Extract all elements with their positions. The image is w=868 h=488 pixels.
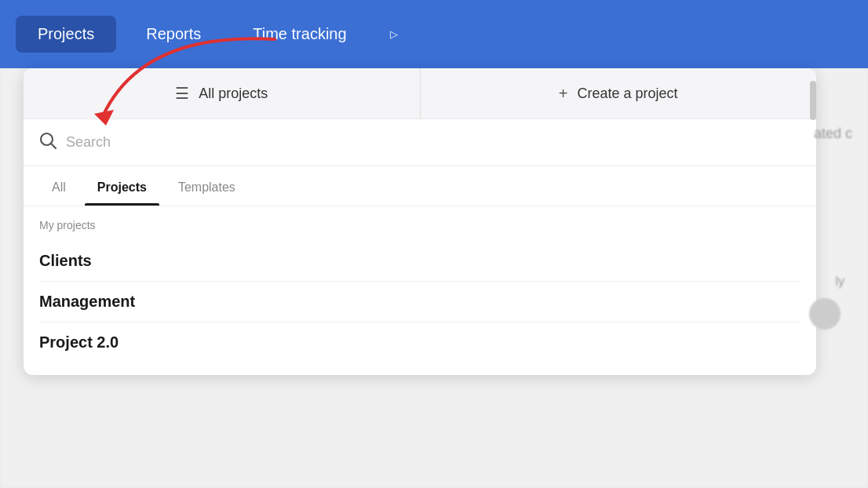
all-projects-button[interactable]: ☰ All projects <box>24 68 421 118</box>
project-item-clients[interactable]: Clients <box>39 241 801 282</box>
bg-text-1: ated c <box>814 126 852 142</box>
play-icon-button[interactable]: ▷ <box>377 17 411 52</box>
project-item-project-20[interactable]: Project 2.0 <box>39 322 801 362</box>
bg-text-2: ly <box>835 275 844 289</box>
svg-line-2 <box>52 144 57 149</box>
search-icon <box>39 132 57 153</box>
tab-templates[interactable]: Templates <box>166 166 248 206</box>
plus-icon: + <box>559 85 568 103</box>
dropdown-panel: ☰ All projects + Create a project All Pr… <box>24 68 816 375</box>
nav-tab-reports[interactable]: Reports <box>124 16 223 53</box>
action-row: ☰ All projects + Create a project <box>24 68 816 119</box>
filter-tabs: All Projects Templates <box>24 166 816 206</box>
play-icon: ▷ <box>390 28 398 40</box>
section-label: My projects <box>39 219 801 231</box>
create-project-label: Create a project <box>578 86 678 102</box>
bg-avatar <box>809 298 841 330</box>
main-wrapper: Projects Reports Time tracking ▷ ☰ All p… <box>0 0 868 488</box>
search-area <box>24 119 816 166</box>
search-input[interactable] <box>66 134 801 151</box>
list-icon: ☰ <box>175 84 189 103</box>
tab-all[interactable]: All <box>39 166 78 206</box>
all-projects-label: All projects <box>199 86 268 102</box>
top-nav: Projects Reports Time tracking ▷ <box>0 0 868 68</box>
project-item-management[interactable]: Management <box>39 282 801 322</box>
tab-projects[interactable]: Projects <box>85 166 159 206</box>
nav-tab-projects[interactable]: Projects <box>16 16 116 53</box>
create-project-button[interactable]: + Create a project <box>421 68 817 118</box>
scrollbar-thumb[interactable] <box>810 81 816 120</box>
nav-tab-time-tracking[interactable]: Time tracking <box>231 16 368 53</box>
project-list-area: My projects Clients Management Project 2… <box>24 206 816 375</box>
